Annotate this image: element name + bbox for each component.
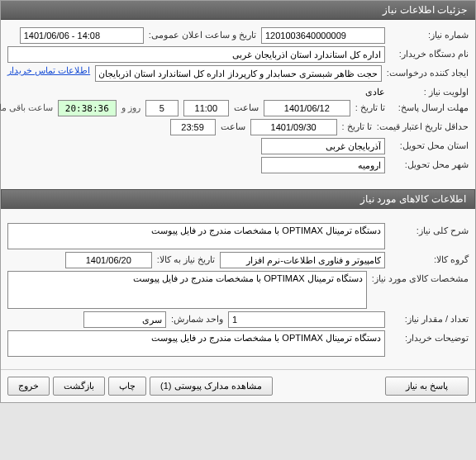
goods-section-header: اطلاعات کالاهای مورد نیاز [1,189,475,209]
requester-label: ایجاد کننده درخواست: [387,65,469,78]
print-button[interactable]: چاپ [108,377,146,396]
goods-section-title: اطلاعات کالاهای مورد نیاز [360,193,466,205]
requirement-info-section: شماره نیاز: تاریخ و ساعت اعلان عمومی: نا… [1,20,475,186]
footer-toolbar: خروج بازگشت چاپ مشاهده مدارک پیوستی (1) … [1,369,475,402]
deadline-label: مهلت ارسال پاسخ: [390,100,469,113]
priority-label: اولویت نیاز : [390,84,469,97]
buyer-contact-link[interactable]: اطلاعات تماس خریدار [7,65,90,76]
desc-label: شرح کلی نیاز: [390,223,469,236]
announce-label: تاریخ و ساعت اعلان عمومی: [149,27,256,40]
province-input[interactable] [261,138,385,154]
time-remaining-box: 20:38:36 [58,100,117,116]
validity-time-input[interactable] [170,119,216,135]
deadline-time-label: ساعت [234,100,259,113]
validity-to-label: تا تاریخ : [342,119,372,132]
announce-value-input[interactable] [20,27,144,44]
req-number-input[interactable] [261,27,385,44]
group-input[interactable] [220,252,385,268]
goods-info-section: شرح کلی نیاز: گروه کالا: تاریخ نیاز به ک… [1,216,475,369]
requester-input[interactable] [95,65,382,82]
days-and-label: روز و [121,100,140,113]
priority-value: عادی [365,84,385,97]
time-remaining-suffix: ساعت باقی مانده [0,100,53,113]
buyer-org-input[interactable] [7,46,385,63]
province-label: استان محل تحویل: [390,138,469,151]
deadline-to-label: تا تاریخ : [355,100,385,113]
city-input[interactable] [261,157,385,173]
req-number-label: شماره نیاز: [390,27,469,40]
city-label: شهر محل تحویل: [390,157,469,170]
group-label: گروه کالا: [390,252,469,265]
spec-label: مشخصات کالای مورد نیاز: [372,271,469,284]
attachments-button[interactable]: مشاهده مدارک پیوستی (1) [150,377,273,396]
unit-label: واحد شمارش: [171,311,223,325]
deadline-time-input[interactable] [183,100,229,116]
spec-textarea[interactable] [7,271,367,309]
qty-input[interactable] [228,311,385,328]
need-date-input[interactable] [65,252,152,268]
exit-button[interactable]: خروج [7,377,50,396]
window-title: جزئیات اطلاعات نیاز [383,4,467,16]
deadline-date-input[interactable] [264,100,350,116]
validity-time-label: ساعت [221,119,245,132]
unit-input[interactable] [83,311,166,328]
back-button[interactable]: بازگشت [53,377,105,396]
requirement-details-window: جزئیات اطلاعات نیاز شماره نیاز: تاریخ و … [0,0,476,403]
days-remaining-input[interactable] [145,100,178,116]
respond-button[interactable]: پاسخ به نیاز [385,377,469,396]
window-title-bar: جزئیات اطلاعات نیاز [1,1,475,20]
buyer-org-label: نام دستگاه خریدار: [390,46,469,59]
buyer-notes-textarea[interactable] [7,330,385,357]
validity-date-input[interactable] [250,119,337,135]
buyer-notes-label: توضیحات خریدار: [390,330,469,344]
need-date-label: تاریخ نیاز به کالا: [157,252,215,265]
qty-label: تعداد / مقدار نیاز: [390,311,469,325]
validity-label: حداقل تاریخ اعتبار قیمت: [377,119,469,132]
desc-textarea[interactable] [7,223,385,249]
